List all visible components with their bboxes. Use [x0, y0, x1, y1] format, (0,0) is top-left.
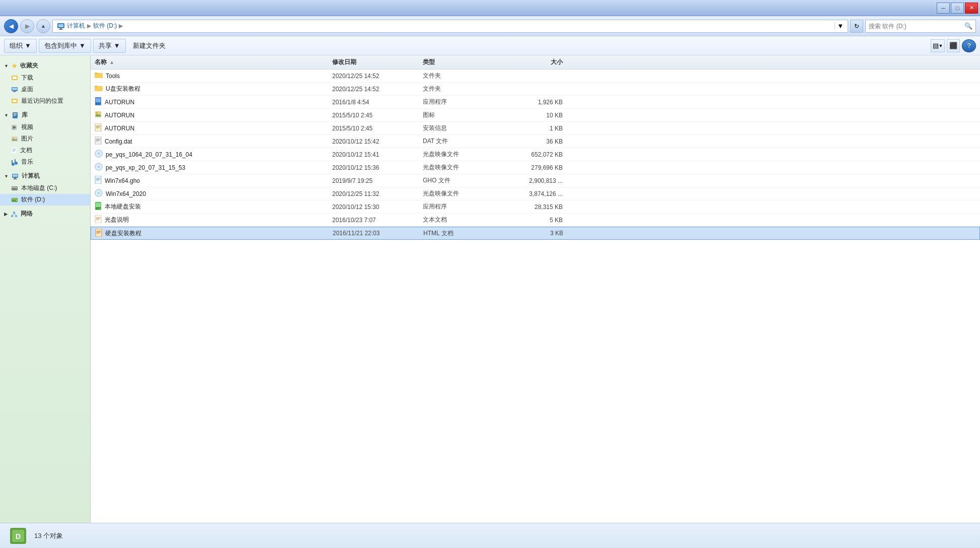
svg-rect-29	[13, 174, 18, 177]
forward-button[interactable]: ▶	[20, 19, 34, 33]
svg-rect-70	[95, 176, 101, 184]
new-folder-label: 新建文件夹	[133, 41, 166, 50]
sidebar-recent-label: 最近访问的位置	[21, 97, 63, 105]
computer-icon	[57, 22, 65, 30]
col-size-header[interactable]: 大小	[503, 58, 569, 66]
sidebar-library-label: 库	[22, 111, 28, 119]
col-type-header[interactable]: 类型	[423, 58, 503, 66]
file-icon	[95, 202, 102, 212]
table-row[interactable]: U盘安装教程 2020/12/25 14:52 文件夹	[91, 83, 980, 96]
file-size-cell: 1,926 KB	[503, 99, 569, 106]
svg-rect-45	[95, 73, 98, 74]
svg-rect-14	[14, 115, 16, 116]
preview-pane-button[interactable]: ⬛	[947, 39, 960, 52]
table-row[interactable]: Tools 2020/12/25 14:52 文件夹	[91, 70, 980, 83]
help-button[interactable]: ?	[962, 39, 976, 52]
svg-rect-17	[12, 136, 18, 142]
file-date-cell: 2015/5/10 2:45	[332, 112, 423, 119]
table-row[interactable]: AUTORUN 2015/5/10 2:45 图标 10 KB	[91, 109, 980, 122]
close-button[interactable]: ✕	[965, 3, 978, 14]
include-library-button[interactable]: 包含到库中 ▼	[39, 39, 91, 53]
help-icon: ?	[967, 42, 970, 49]
table-row[interactable]: Win7x64_2020 2020/12/25 11:32 光盘映像文件 3,8…	[91, 187, 980, 200]
sidebar-item-desktop[interactable]: 桌面	[0, 84, 90, 95]
column-headers: 名称 ▲ 修改日期 类型 大小	[91, 55, 980, 70]
sidebar-item-recent[interactable]: 最近访问的位置	[0, 95, 90, 107]
status-count: 13 个对象	[34, 531, 63, 540]
sidebar-download-label: 下载	[21, 74, 33, 82]
file-date-cell: 2020/10/12 15:41	[332, 151, 423, 158]
breadcrumb-sep-2: ▶	[119, 23, 123, 29]
svg-point-69	[98, 166, 99, 167]
breadcrumb-disk-d[interactable]: 软件 (D:)	[93, 22, 117, 30]
svg-rect-79	[96, 208, 101, 208]
svg-rect-50	[96, 98, 101, 102]
refresh-button[interactable]: ↻	[850, 20, 863, 33]
svg-point-37	[16, 200, 17, 201]
table-row[interactable]: 光盘说明 2016/10/23 7:07 文本文档 5 KB	[91, 214, 980, 227]
table-row[interactable]: AUTORUN 2015/5/10 2:45 安装信息 1 KB	[91, 122, 980, 135]
file-date-cell: 2020/10/12 15:30	[332, 203, 423, 211]
table-row[interactable]: pe_yqs_xp_20_07_31_15_53 2020/10/12 15:3…	[91, 161, 980, 174]
sidebar-item-disk-c[interactable]: 本地磁盘 (C:)	[0, 182, 90, 194]
up-button[interactable]: ▲	[36, 19, 50, 33]
svg-rect-80	[96, 209, 99, 209]
dropdown-icon: ▼	[837, 22, 844, 30]
file-icon	[95, 85, 103, 93]
file-name-text: pe_yqs_1064_20_07_31_16_04	[106, 151, 192, 158]
svg-point-54	[96, 112, 98, 114]
col-date-header[interactable]: 修改日期	[332, 58, 423, 66]
search-icon[interactable]: 🔍	[964, 22, 972, 30]
sidebar-network-header[interactable]: ▶ 网络	[0, 208, 90, 220]
col-name-header[interactable]: 名称 ▲	[91, 58, 332, 66]
sidebar-item-download[interactable]: 下载	[0, 72, 90, 84]
file-name-cell: Tools	[91, 72, 332, 80]
file-icon	[95, 123, 102, 133]
new-folder-button[interactable]: 新建文件夹	[128, 39, 171, 53]
breadcrumb-bar[interactable]: 计算机 ▶ 软件 (D:) ▶ ▼	[52, 20, 848, 33]
sidebar-item-video[interactable]: 视频	[0, 121, 90, 133]
sidebar-computer-header[interactable]: ▼ 计算机	[0, 170, 90, 182]
view-dropdown-button[interactable]: ▤ ▼	[931, 39, 945, 52]
svg-rect-7	[12, 88, 17, 90]
table-row[interactable]: AUTORUN 2016/1/8 4:54 应用程序 1,926 KB	[91, 96, 980, 109]
library-icon	[12, 112, 19, 119]
table-row[interactable]: 本地硬盘安装 2020/10/12 15:30 应用程序 28,315 KB	[91, 200, 980, 214]
breadcrumb-computer[interactable]: 计算机	[67, 22, 85, 30]
sidebar-disk-c-label: 本地磁盘 (C:)	[21, 184, 57, 192]
disk-d-icon	[11, 197, 18, 203]
sidebar-item-disk-d[interactable]: 软件 (D:)	[0, 194, 90, 206]
file-name-text: Tools	[106, 73, 120, 80]
sidebar-library-header[interactable]: ▼ 库	[0, 109, 90, 121]
table-row[interactable]: pe_yqs_1064_20_07_31_16_04 2020/10/12 15…	[91, 148, 980, 161]
file-rows-container: Tools 2020/12/25 14:52 文件夹 U盘安装教程 2020/1…	[91, 70, 980, 240]
maximize-button[interactable]: □	[951, 3, 964, 14]
organize-button[interactable]: 组织 ▼	[4, 39, 37, 53]
sidebar-item-document[interactable]: 文档	[0, 145, 90, 156]
breadcrumb-dropdown[interactable]: ▼	[835, 22, 844, 30]
video-icon	[11, 124, 18, 130]
back-button[interactable]: ◀	[4, 19, 18, 33]
file-date-cell: 2016/10/23 7:07	[332, 217, 423, 224]
sidebar-favorites-header[interactable]: ▼ ★ 收藏夹	[0, 59, 90, 72]
minimize-button[interactable]: ─	[937, 3, 950, 14]
svg-text:D: D	[16, 532, 21, 540]
share-button[interactable]: 共享 ▼	[93, 39, 126, 53]
search-input[interactable]	[869, 23, 964, 30]
file-icon	[95, 150, 103, 159]
toolbar: 组织 ▼ 包含到库中 ▼ 共享 ▼ 新建文件夹 ▤ ▼ ⬛ ?	[0, 36, 980, 55]
file-size-cell: 28,315 KB	[503, 203, 569, 211]
file-size-cell: 5 KB	[503, 217, 569, 224]
sidebar-item-music[interactable]: 音乐	[0, 156, 90, 168]
organize-label: 组织	[10, 41, 23, 50]
sidebar-item-image[interactable]: 图片	[0, 133, 90, 145]
network-icon	[11, 211, 18, 218]
status-app-icon: D	[8, 526, 28, 546]
svg-rect-36	[12, 198, 17, 199]
table-row[interactable]: 硬盘安装教程 2016/11/21 22:03 HTML 文档 3 KB	[91, 227, 980, 240]
table-row[interactable]: Config.dat 2020/10/12 15:42 DAT 文件 36 KB	[91, 135, 980, 148]
svg-line-41	[12, 214, 14, 215]
table-row[interactable]: Win7x64.gho 2019/9/7 19:25 GHO 文件 2,900,…	[91, 174, 980, 187]
search-bar[interactable]: 🔍	[865, 20, 976, 33]
sidebar-section-computer: ▼ 计算机 本地磁盘 (C:) 软件 (D:)	[0, 170, 90, 206]
